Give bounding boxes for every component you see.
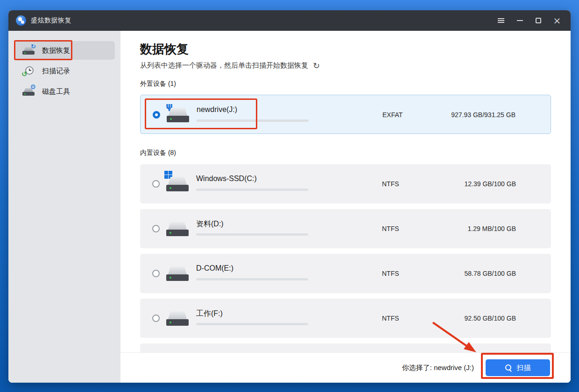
capacity-label: 92.50 GB/100 GB	[464, 299, 516, 338]
filesystem-label: NTFS	[382, 209, 399, 248]
scan-button[interactable]: 扫描	[486, 359, 550, 376]
windows-drive-icon	[166, 174, 189, 194]
sidebar-item-disk-tools[interactable]: ⚙ 磁盘工具	[15, 82, 115, 101]
minimize-icon[interactable]	[514, 14, 526, 27]
drive-name: D-COM(E:)	[196, 264, 233, 273]
usage-bar	[196, 323, 308, 325]
data-recovery-drive-icon: ↻	[22, 45, 35, 56]
drive-icon	[166, 218, 189, 239]
scan-history-clock-icon: ↺	[22, 65, 35, 77]
refresh-icon[interactable]: ↻	[313, 61, 320, 70]
drive-row-partial[interactable]	[140, 343, 551, 352]
footer-bar: 你选择了: newdrive (J:) 扫描	[120, 352, 571, 383]
filesystem-label: NTFS	[382, 164, 399, 203]
app-window: 盛炫数据恢复 × ↻ 数据恢复 ↺ 扫描记录	[8, 10, 571, 383]
drive-name: 工作(F:)	[196, 309, 223, 319]
main-panel: 数据恢复 从列表中选择一个驱动器，然后单击扫描开始数据恢复 ↻ 外置设备 (1)…	[120, 31, 571, 383]
app-logo-icon	[16, 15, 26, 26]
window-controls: ×	[495, 14, 563, 27]
internal-devices-label: 内置设备 (8)	[140, 149, 176, 157]
drive-name: Windows-SSD(C:)	[196, 175, 257, 183]
usage-bar	[196, 189, 308, 191]
page-subtitle: 从列表中选择一个驱动器，然后单击扫描开始数据恢复	[140, 61, 308, 70]
drive-name: 资料(D:)	[196, 219, 224, 229]
drive-row-ziliao[interactable]: 资料(D:) NTFS 1.29 MB/100 GB	[140, 209, 551, 248]
selection-status-text: 你选择了: newdrive (J:)	[402, 364, 474, 372]
external-devices-label: 外置设备 (1)	[140, 80, 176, 88]
filesystem-label: NTFS	[382, 254, 399, 293]
drive-icon	[166, 263, 189, 284]
usage-bar	[196, 233, 308, 236]
usage-bar	[197, 119, 309, 122]
title-bar[interactable]: 盛炫数据恢复 ×	[8, 10, 571, 31]
drive-row-newdrive[interactable]: ψ newdrive(J:) EXFAT 927.93 GB/931.25 GB	[140, 95, 551, 134]
radio-unselected[interactable]	[152, 225, 160, 232]
radio-selected[interactable]	[153, 111, 160, 119]
sidebar-item-label: 数据恢复	[42, 46, 70, 55]
usb-drive-icon: ψ	[167, 105, 189, 125]
capacity-label: 58.78 GB/100 GB	[464, 254, 516, 293]
drive-row-gongzuo[interactable]: 工作(F:) NTFS 92.50 GB/100 GB	[140, 299, 551, 338]
filesystem-label: EXFAT	[382, 95, 402, 134]
drive-row-windows-ssd[interactable]: Windows-SSD(C:) NTFS 12.39 GB/100 GB	[140, 164, 551, 203]
drive-row-d-com[interactable]: D-COM(E:) NTFS 58.78 GB/100 GB	[140, 254, 551, 293]
maximize-icon[interactable]	[532, 14, 544, 27]
sidebar: ↻ 数据恢复 ↺ 扫描记录 ⚙ 磁盘工具	[8, 31, 120, 383]
sidebar-item-scan-history[interactable]: ↺ 扫描记录	[15, 62, 115, 80]
disk-tools-gear-icon: ⚙	[22, 86, 35, 97]
app-title: 盛炫数据恢复	[31, 16, 71, 25]
sidebar-item-label: 扫描记录	[42, 67, 70, 76]
scan-button-label: 扫描	[517, 364, 531, 372]
filesystem-label: NTFS	[382, 299, 399, 338]
capacity-label: 1.29 MB/100 GB	[467, 209, 516, 248]
radio-unselected[interactable]	[152, 270, 160, 277]
page-title: 数据恢复	[140, 41, 189, 57]
close-icon[interactable]: ×	[551, 14, 563, 27]
drive-name: newdrive(J:)	[197, 105, 237, 114]
menu-icon[interactable]	[495, 14, 507, 27]
radio-unselected[interactable]	[152, 315, 160, 322]
usage-bar	[196, 278, 308, 280]
radio-unselected[interactable]	[152, 180, 160, 188]
sidebar-item-data-recovery[interactable]: ↻ 数据恢复	[15, 41, 115, 60]
capacity-label: 927.93 GB/931.25 GB	[451, 95, 515, 134]
drive-icon	[166, 308, 189, 329]
sidebar-item-label: 磁盘工具	[42, 87, 70, 96]
search-icon	[505, 364, 512, 371]
capacity-label: 12.39 GB/100 GB	[464, 164, 516, 203]
drive-list-area: 数据恢复 从列表中选择一个驱动器，然后单击扫描开始数据恢复 ↻ 外置设备 (1)…	[120, 31, 571, 352]
